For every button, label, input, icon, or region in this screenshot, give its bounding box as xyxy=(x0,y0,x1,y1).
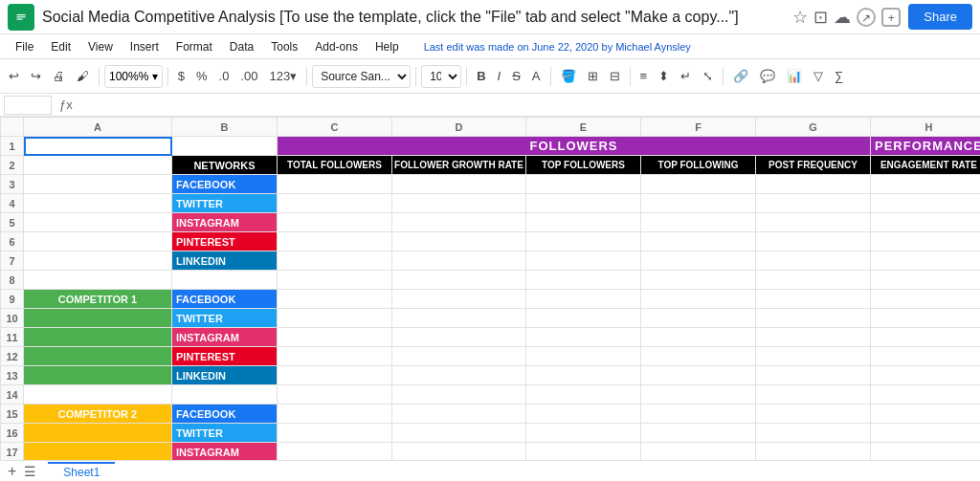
cell[interactable]: TOTAL FOLLOWERS xyxy=(278,156,392,175)
menu-help[interactable]: Help xyxy=(368,38,407,55)
menu-file[interactable]: File xyxy=(8,38,41,55)
cell[interactable] xyxy=(526,232,641,251)
cell[interactable] xyxy=(871,328,981,347)
cell[interactable] xyxy=(871,251,981,271)
account-icon[interactable]: ↗ xyxy=(857,8,876,27)
percent-btn[interactable]: % xyxy=(191,66,212,86)
menu-tools[interactable]: Tools xyxy=(263,38,305,55)
share-button[interactable]: Share xyxy=(908,4,972,30)
cell[interactable] xyxy=(392,290,526,309)
cell[interactable] xyxy=(278,424,392,443)
cell[interactable]: TOP FOLLOWERS xyxy=(526,156,641,175)
cell[interactable] xyxy=(641,385,756,404)
italic-btn[interactable]: I xyxy=(493,66,506,86)
font-color-btn[interactable]: A xyxy=(527,66,546,86)
cell[interactable] xyxy=(392,271,526,290)
borders-btn[interactable]: ⊞ xyxy=(583,66,603,86)
cell[interactable] xyxy=(392,347,526,366)
cell[interactable] xyxy=(526,213,641,232)
row-header[interactable]: 3 xyxy=(1,175,24,194)
cell[interactable] xyxy=(278,175,392,194)
cell[interactable]: NETWORKS xyxy=(172,156,278,175)
cell[interactable] xyxy=(526,251,641,271)
valign-btn[interactable]: ⬍ xyxy=(654,66,674,86)
menu-view[interactable]: View xyxy=(80,38,121,55)
cell[interactable] xyxy=(641,251,756,271)
cell[interactable] xyxy=(392,385,526,404)
col-header-b[interactable]: B xyxy=(172,118,278,137)
cell[interactable] xyxy=(278,366,392,385)
cell[interactable] xyxy=(756,232,871,251)
cell[interactable] xyxy=(24,309,172,328)
cell[interactable] xyxy=(641,175,756,194)
cell[interactable] xyxy=(172,385,278,404)
cell[interactable]: POST FREQUENCY xyxy=(756,156,871,175)
cell[interactable] xyxy=(172,137,278,156)
cell[interactable] xyxy=(392,251,526,271)
col-header-g[interactable]: G xyxy=(756,118,871,137)
cell[interactable] xyxy=(871,347,981,366)
cell[interactable] xyxy=(24,271,172,290)
cell[interactable] xyxy=(24,366,172,385)
cell[interactable] xyxy=(278,404,392,424)
cell[interactable] xyxy=(641,328,756,347)
star-icon[interactable]: ☆ xyxy=(792,7,808,28)
row-header[interactable]: 8 xyxy=(1,271,24,290)
row-header[interactable]: 10 xyxy=(1,309,24,328)
cell[interactable] xyxy=(392,194,526,213)
cell[interactable] xyxy=(756,347,871,366)
chart-btn[interactable]: 📊 xyxy=(782,66,807,86)
cell[interactable] xyxy=(641,404,756,424)
col-header-c[interactable]: C xyxy=(278,118,392,137)
cell[interactable] xyxy=(871,366,981,385)
move-icon[interactable]: ⊡ xyxy=(813,7,828,28)
cell[interactable]: PERFORMANCE xyxy=(871,137,981,156)
cell[interactable] xyxy=(526,309,641,328)
cell[interactable] xyxy=(526,328,641,347)
cell[interactable] xyxy=(756,271,871,290)
menu-insert[interactable]: Insert xyxy=(122,38,167,55)
cell[interactable] xyxy=(526,175,641,194)
cell[interactable] xyxy=(24,443,172,461)
col-header-f[interactable]: F xyxy=(641,118,756,137)
cell[interactable] xyxy=(756,385,871,404)
row-header[interactable]: 11 xyxy=(1,328,24,347)
cell[interactable] xyxy=(756,309,871,328)
cell[interactable] xyxy=(392,232,526,251)
row-header[interactable]: 13 xyxy=(1,366,24,385)
paint-format-btn[interactable]: 🖌 xyxy=(72,66,94,86)
cell[interactable] xyxy=(756,424,871,443)
cell[interactable] xyxy=(24,232,172,251)
spreadsheet[interactable]: A B C D E F G H 1FOLLOWERSPERFORMANCE2NE… xyxy=(0,117,980,460)
row-header[interactable]: 9 xyxy=(1,290,24,309)
font-selector[interactable]: Source San... xyxy=(312,65,411,88)
cell[interactable] xyxy=(641,443,756,461)
menu-format[interactable]: Format xyxy=(168,38,220,55)
cell[interactable] xyxy=(278,232,392,251)
cell[interactable] xyxy=(526,404,641,424)
cell[interactable] xyxy=(24,424,172,443)
menu-addons[interactable]: Add-ons xyxy=(307,38,366,55)
cell[interactable] xyxy=(871,424,981,443)
cell[interactable] xyxy=(526,385,641,404)
cell[interactable] xyxy=(756,175,871,194)
cell[interactable]: FOLLOWER GROWTH RATE xyxy=(392,156,526,175)
cell[interactable]: INSTAGRAM xyxy=(172,213,278,232)
cell[interactable] xyxy=(24,347,172,366)
cell[interactable] xyxy=(172,271,278,290)
row-header[interactable]: 1 xyxy=(1,137,24,156)
cell[interactable] xyxy=(641,309,756,328)
text-rotate-btn[interactable]: ⤡ xyxy=(698,66,718,86)
cell[interactable] xyxy=(756,251,871,271)
cell[interactable] xyxy=(526,424,641,443)
bold-btn[interactable]: B xyxy=(472,66,490,86)
text-wrap-btn[interactable]: ↵ xyxy=(676,66,696,86)
cell[interactable] xyxy=(871,232,981,251)
cell[interactable] xyxy=(641,271,756,290)
cell[interactable]: INSTAGRAM xyxy=(172,443,278,461)
increase-decimal-btn[interactable]: .00 xyxy=(235,66,262,86)
row-header[interactable]: 17 xyxy=(1,443,24,461)
row-header[interactable]: 12 xyxy=(1,347,24,366)
fill-color-btn[interactable]: 🪣 xyxy=(556,66,581,86)
cell[interactable] xyxy=(871,290,981,309)
